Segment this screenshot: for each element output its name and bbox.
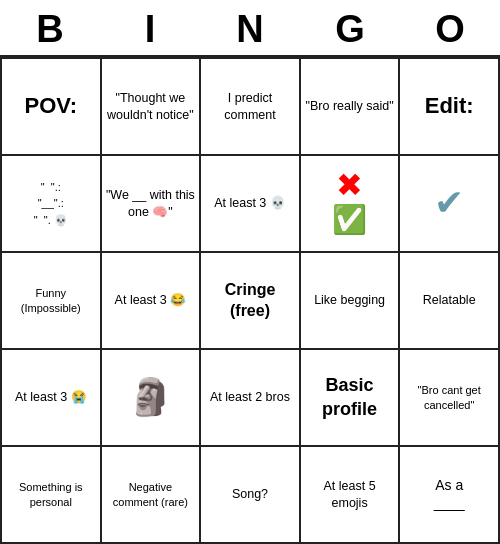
cell-r2c1: " ".: "__".: " ". 💀 <box>2 156 102 253</box>
cell-r4c4: Basic profile <box>301 350 401 447</box>
cell-r4c2: 🗿 <box>102 350 202 447</box>
cell-r3c5: Relatable <box>400 253 500 350</box>
blue-check-icon: ✔ <box>434 180 464 227</box>
cell-r5c1: Something is personal <box>2 447 102 544</box>
cell-r5c5: As a <box>400 447 500 544</box>
cell-r4c3: At least 2 bros <box>201 350 301 447</box>
cell-r2c5: ✔ <box>400 156 500 253</box>
check-icon: ✅ <box>332 202 367 238</box>
cell-r5c2: Negative comment (rare) <box>102 447 202 544</box>
header-n: N <box>205 8 295 51</box>
cell-r2c3: At least 3 💀 <box>201 156 301 253</box>
cell-r1c3: I predict comment <box>201 59 301 156</box>
bingo-header: B I N G O <box>0 0 500 57</box>
cell-r4c5: "Bro cant get cancelled" <box>400 350 500 447</box>
cell-r2c4: ✖ ✅ <box>301 156 401 253</box>
header-i: I <box>105 8 195 51</box>
cell-r3c2: At least 3 😂 <box>102 253 202 350</box>
cell-r2c2: "We __ with this one 🧠" <box>102 156 202 253</box>
cell-r3c1: Funny (Impossible) <box>2 253 102 350</box>
header-g: G <box>305 8 395 51</box>
x-icon: ✖ <box>332 169 367 201</box>
header-b: B <box>5 8 95 51</box>
cell-r3c3: Cringe (free) <box>201 253 301 350</box>
bingo-grid: POV: "Thought we wouldn't notice" I pred… <box>0 57 500 544</box>
moai-icon: 🗿 <box>128 374 173 421</box>
cell-r1c2: "Thought we wouldn't notice" <box>102 59 202 156</box>
cell-r3c4: Like begging <box>301 253 401 350</box>
cell-r1c4: "Bro really said" <box>301 59 401 156</box>
header-o: O <box>405 8 495 51</box>
cell-r4c1: At least 3 😭 <box>2 350 102 447</box>
cell-r5c4: At least 5 emojis <box>301 447 401 544</box>
cell-r1c1: POV: <box>2 59 102 156</box>
cell-r1c5: Edit: <box>400 59 500 156</box>
cell-r5c3: Song? <box>201 447 301 544</box>
